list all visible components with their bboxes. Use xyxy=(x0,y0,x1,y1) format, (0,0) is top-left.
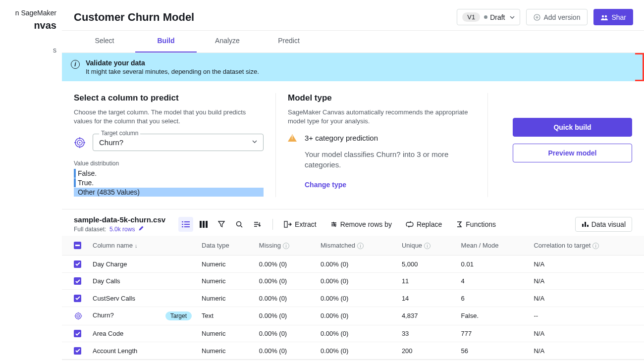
row-checkbox[interactable] xyxy=(74,260,81,268)
version-selector[interactable]: V1 Draft xyxy=(457,9,520,25)
table-footer: Total columns: 21 Total rows: 5,000 Tota… xyxy=(62,360,644,362)
replace-button[interactable]: Replace xyxy=(403,218,445,230)
svg-point-5 xyxy=(79,142,81,143)
remove-rows-button[interactable]: Remove rows by xyxy=(327,218,395,230)
svg-point-1 xyxy=(602,15,604,17)
cell-mean-mode: 0.01 xyxy=(456,256,529,273)
cell-mean-mode: 6 xyxy=(456,290,529,307)
sidebar-nav-item-2[interactable]: s xyxy=(0,46,56,54)
table-row: Day ChargeNumeric0.00% (0)0.00% (0)5,000… xyxy=(62,256,644,273)
row-checkbox[interactable] xyxy=(74,277,81,285)
cell-correlation: -- xyxy=(529,307,644,325)
info-icon[interactable]: i xyxy=(283,243,289,249)
cell-missing: 0.00% (0) xyxy=(254,272,316,290)
svg-rect-6 xyxy=(182,221,183,222)
cell-correlation: N/A xyxy=(529,325,644,342)
extract-button[interactable]: Extract xyxy=(281,218,320,230)
value-distribution-label: Value distribution xyxy=(74,160,264,167)
cell-unique: 200 xyxy=(397,342,456,360)
info-icon[interactable]: i xyxy=(592,243,599,249)
select-all-checkbox[interactable] xyxy=(74,242,81,249)
plus-circle-icon xyxy=(534,14,540,21)
cell-column-name: CustServ Calls xyxy=(93,295,135,302)
tab-predict[interactable]: Predict xyxy=(258,31,320,52)
cell-unique: 11 xyxy=(397,272,456,290)
value-distribution-item: False. xyxy=(74,169,264,178)
people-icon xyxy=(600,14,608,20)
cell-unique: 14 xyxy=(397,290,456,307)
sort-icon[interactable] xyxy=(250,217,265,232)
tab-analyze[interactable]: Analyze xyxy=(197,31,258,52)
header-correlation[interactable]: Correlation to target xyxy=(534,242,590,249)
pencil-icon[interactable] xyxy=(138,225,144,231)
quick-build-button[interactable]: Quick build xyxy=(513,118,632,137)
share-label: Shar xyxy=(611,13,626,21)
version-status: Draft xyxy=(490,13,505,21)
tab-build[interactable]: Build xyxy=(135,31,197,52)
cell-data-type: Numeric xyxy=(197,342,254,360)
grid-view-icon[interactable] xyxy=(196,217,211,232)
tab-select[interactable]: Select xyxy=(74,31,135,52)
svg-rect-14 xyxy=(206,221,208,228)
svg-point-22 xyxy=(78,315,79,316)
header-mean-mode[interactable]: Mean / Mode xyxy=(461,242,499,249)
svg-rect-7 xyxy=(184,221,190,222)
list-view-icon[interactable] xyxy=(178,217,193,232)
highlighted-region xyxy=(635,53,644,81)
svg-rect-19 xyxy=(587,225,589,227)
row-checkbox[interactable] xyxy=(74,347,81,355)
add-version-button[interactable]: Add version xyxy=(526,9,588,25)
table-row: Churn?TargetText0.00% (0)0.00% (0)4,837F… xyxy=(62,307,644,325)
cell-mismatched: 0.00% (0) xyxy=(316,256,397,273)
cell-missing: 0.00% (0) xyxy=(254,342,316,360)
change-type-link[interactable]: Change type xyxy=(305,181,476,189)
model-type-title: Model type xyxy=(288,93,476,103)
preview-model-button[interactable]: Preview model xyxy=(513,144,632,162)
cell-unique: 33 xyxy=(397,325,456,342)
bar-chart-icon xyxy=(582,221,589,227)
info-icon[interactable]: i xyxy=(424,243,430,249)
sort-down-icon: ↓ xyxy=(135,243,138,249)
predict-section-title: Select a column to predict xyxy=(74,93,264,103)
cell-mean-mode: 4 xyxy=(456,272,529,290)
target-column-value: Churn? xyxy=(99,138,123,147)
cell-data-type: Numeric xyxy=(197,290,254,307)
value-distribution-item: Other (4835 Values) xyxy=(74,188,264,197)
header-column-name[interactable]: Column name xyxy=(93,242,133,249)
replace-label: Replace xyxy=(417,220,442,228)
cell-unique: 5,000 xyxy=(397,256,456,273)
cell-mismatched: 0.00% (0) xyxy=(316,307,397,325)
cell-correlation: N/A xyxy=(529,290,644,307)
product-label: n SageMaker xyxy=(0,9,56,17)
target-icon xyxy=(74,311,83,320)
filter-icon[interactable] xyxy=(214,217,229,232)
row-checkbox[interactable] xyxy=(74,295,81,302)
functions-button[interactable]: Functions xyxy=(453,218,499,230)
dataset-rows-link[interactable]: 5.0k rows xyxy=(109,226,135,233)
topbar: Customer Churn Model V1 Draft Add versio… xyxy=(62,0,644,31)
search-icon[interactable] xyxy=(232,217,247,232)
svg-rect-8 xyxy=(182,224,183,225)
cell-column-name: Area Code xyxy=(93,330,123,337)
share-button[interactable]: Shar xyxy=(593,9,633,25)
header-missing[interactable]: Missing xyxy=(259,242,281,249)
cell-column-name: Day Charge xyxy=(93,260,127,268)
header-unique[interactable]: Unique xyxy=(402,242,422,249)
cell-column-name: Day Calls xyxy=(93,277,120,285)
data-visualization-button[interactable]: Data visual xyxy=(575,217,632,232)
cell-missing: 0.00% (0) xyxy=(254,325,316,342)
cell-data-type: Numeric xyxy=(197,325,254,342)
svg-rect-11 xyxy=(184,226,190,227)
target-badge: Target xyxy=(165,311,192,320)
row-checkbox[interactable] xyxy=(74,330,81,337)
target-column-select[interactable]: Target column Churn? xyxy=(93,134,264,151)
cell-data-type: Numeric xyxy=(197,256,254,273)
remove-rows-label: Remove rows by xyxy=(340,220,392,228)
info-icon[interactable]: i xyxy=(357,243,364,249)
table-row: CustServ CallsNumeric0.00% (0)0.00% (0)1… xyxy=(62,290,644,307)
svg-rect-16 xyxy=(284,221,287,227)
header-data-type[interactable]: Data type xyxy=(202,242,229,249)
cell-mismatched: 0.00% (0) xyxy=(316,342,397,360)
header-mismatched[interactable]: Mismatched xyxy=(321,242,355,249)
banner-subtitle: It might take several minutes, depending… xyxy=(86,68,259,75)
